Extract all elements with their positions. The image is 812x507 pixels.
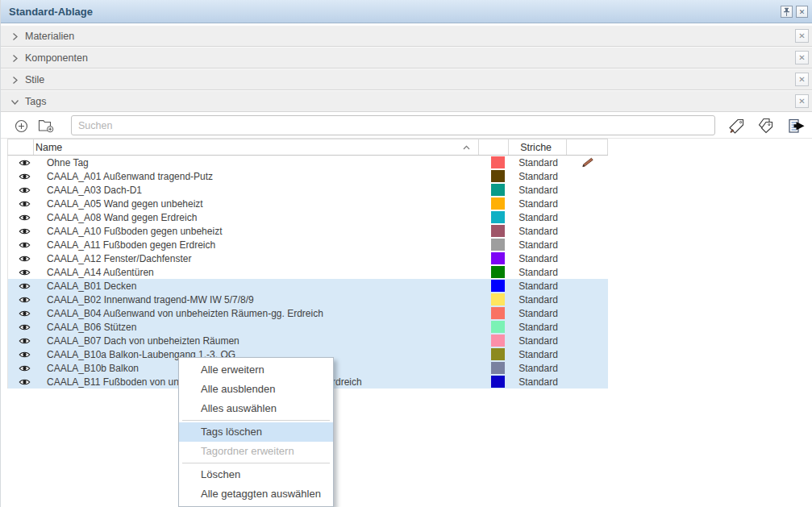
stroke-cell[interactable]: Standard: [509, 294, 567, 305]
color-cell[interactable]: [479, 280, 509, 292]
tag-color-swatch[interactable]: [491, 362, 505, 374]
table-row[interactable]: Ohne Tag Standard: [8, 156, 608, 169]
tag-color-swatch[interactable]: [491, 280, 505, 292]
visibility-cell[interactable]: [8, 282, 34, 290]
section-stile[interactable]: Stile ✕: [1, 69, 812, 90]
tag-color-swatch[interactable]: [491, 376, 505, 388]
table-row[interactable]: CAALA_A01 Außenwand tragend-Putz Standar…: [8, 169, 608, 183]
stroke-cell[interactable]: Standard: [509, 171, 567, 182]
edit-cell[interactable]: [567, 185, 608, 195]
tag-color-swatch[interactable]: [491, 184, 505, 196]
stroke-cell[interactable]: Standard: [509, 253, 567, 264]
color-cell[interactable]: [479, 225, 509, 237]
tag-color-swatch[interactable]: [491, 252, 505, 264]
table-row[interactable]: CAALA_B02 Innenwand tragend-MW IW 5/7/8/…: [8, 293, 608, 306]
color-cell[interactable]: [479, 321, 509, 333]
table-row[interactable]: CAALA_A12 Fenster/Dachfenster Standard: [8, 251, 608, 265]
tag-color-swatch[interactable]: [491, 335, 505, 347]
column-header-visibility[interactable]: [8, 139, 34, 155]
edit-cell[interactable]: [567, 198, 608, 209]
context-menu-item[interactable]: Alle erweitern: [179, 360, 333, 380]
edit-tag-button[interactable]: [727, 116, 747, 135]
tag-color-swatch[interactable]: [491, 266, 505, 278]
stroke-cell[interactable]: Standard: [509, 308, 567, 319]
edit-cell[interactable]: [567, 253, 608, 264]
color-cell[interactable]: [479, 348, 509, 360]
visibility-cell[interactable]: [8, 310, 34, 318]
stroke-cell[interactable]: Standard: [509, 335, 567, 347]
color-cell[interactable]: [479, 376, 509, 388]
visibility-cell[interactable]: [8, 296, 34, 304]
section-close-button[interactable]: ✕: [795, 73, 809, 86]
stroke-cell[interactable]: Standard: [509, 376, 567, 388]
table-row[interactable]: CAALA_A11 Fußboden gegen Erdreich Standa…: [8, 238, 608, 251]
color-cell[interactable]: [479, 184, 509, 196]
context-menu-item[interactable]: Alles auswählen: [179, 399, 333, 418]
visibility-cell[interactable]: [8, 323, 34, 331]
column-header-edit[interactable]: [567, 139, 608, 155]
color-cell[interactable]: [479, 266, 509, 278]
table-row[interactable]: CAALA_A05 Wand gegen unbeheizt Standard: [8, 197, 608, 210]
edit-cell[interactable]: [567, 376, 608, 387]
table-row[interactable]: CAALA_B04 Außenwand von unbeheizten Räum…: [8, 306, 608, 320]
color-cell[interactable]: [479, 293, 509, 305]
tag-color-swatch[interactable]: [491, 197, 505, 210]
tag-color-swatch[interactable]: [491, 225, 505, 237]
context-menu-item[interactable]: Tags löschen: [179, 422, 333, 442]
tag-color-swatch[interactable]: [491, 307, 505, 319]
tag-color-swatch[interactable]: [491, 239, 505, 251]
edit-cell[interactable]: [567, 335, 608, 346]
visibility-cell[interactable]: [8, 378, 34, 386]
section-materialien[interactable]: Materialien ✕: [1, 25, 812, 47]
stroke-cell[interactable]: Standard: [509, 267, 567, 278]
tags-button[interactable]: [756, 116, 776, 135]
visibility-cell[interactable]: [8, 200, 34, 208]
visibility-cell[interactable]: [8, 268, 34, 276]
tag-color-swatch[interactable]: [491, 156, 505, 168]
color-cell[interactable]: [479, 170, 509, 182]
color-cell[interactable]: [479, 156, 509, 168]
tag-color-swatch[interactable]: [491, 170, 505, 182]
close-button[interactable]: ✕: [796, 6, 808, 18]
color-cell[interactable]: [479, 335, 509, 347]
section-close-button[interactable]: ✕: [795, 94, 809, 108]
context-menu-item[interactable]: Löschen: [179, 465, 333, 484]
color-cell[interactable]: [479, 239, 509, 251]
column-header-name[interactable]: Name: [34, 139, 479, 155]
stroke-cell[interactable]: Standard: [509, 226, 567, 237]
visibility-cell[interactable]: [8, 214, 34, 222]
stroke-cell[interactable]: Standard: [509, 198, 567, 210]
pin-button[interactable]: [781, 6, 793, 18]
visibility-cell[interactable]: [8, 241, 34, 249]
context-menu-item[interactable]: Alle getaggten auswählen: [179, 484, 333, 504]
table-row[interactable]: CAALA_B06 Stützen Standard: [8, 320, 608, 334]
table-row[interactable]: CAALA_A03 Dach-D1 Standard: [8, 183, 608, 197]
stroke-cell[interactable]: Standard: [509, 322, 567, 333]
color-cell[interactable]: [479, 211, 509, 223]
table-row[interactable]: CAALA_B01 Decken Standard: [8, 279, 608, 293]
edit-cell[interactable]: [567, 226, 608, 236]
stroke-cell[interactable]: Standard: [509, 363, 567, 374]
visibility-cell[interactable]: [8, 159, 34, 167]
add-tag-button[interactable]: [11, 116, 31, 135]
edit-cell[interactable]: [567, 212, 608, 222]
add-tag-folder-button[interactable]: [36, 116, 56, 135]
visibility-cell[interactable]: [8, 227, 34, 235]
edit-cell[interactable]: [567, 294, 608, 305]
column-header-color[interactable]: [479, 139, 509, 155]
assign-tag-button[interactable]: [787, 116, 806, 135]
edit-cell[interactable]: [567, 171, 608, 181]
visibility-cell[interactable]: [8, 186, 34, 194]
edit-cell[interactable]: [567, 267, 608, 277]
edit-cell[interactable]: [567, 322, 608, 332]
stroke-cell[interactable]: Standard: [509, 239, 567, 251]
edit-cell[interactable]: [567, 239, 608, 250]
tag-color-swatch[interactable]: [491, 211, 505, 223]
table-row[interactable]: CAALA_A14 Außentüren Standard: [8, 265, 608, 279]
visibility-cell[interactable]: [8, 364, 34, 372]
table-row[interactable]: CAALA_A08 Wand gegen Erdreich Standard: [8, 210, 608, 224]
color-cell[interactable]: [479, 307, 509, 319]
stroke-cell[interactable]: Standard: [509, 157, 567, 168]
edit-cell[interactable]: [567, 349, 608, 359]
visibility-cell[interactable]: [8, 351, 34, 359]
